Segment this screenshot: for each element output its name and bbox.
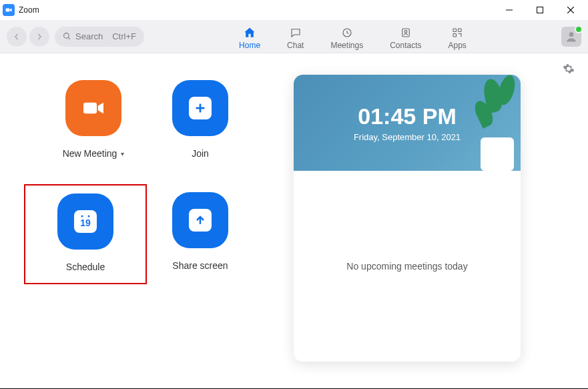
- arrow-up-icon: [172, 192, 228, 248]
- current-date: Friday, September 10, 2021: [354, 132, 461, 142]
- svg-rect-11: [459, 29, 462, 32]
- gear-icon: [563, 63, 575, 75]
- search-icon: [63, 32, 71, 41]
- today-card: 01:45 PM Friday, September 10, 2021 No u…: [294, 75, 521, 362]
- share-screen-label: Share screen: [172, 260, 228, 271]
- contacts-icon: [399, 26, 412, 39]
- apps-icon: [451, 26, 464, 39]
- schedule-tile[interactable]: 19 Schedule: [41, 193, 129, 272]
- svg-rect-12: [453, 33, 457, 37]
- current-time: 01:45 PM: [358, 103, 456, 129]
- join-tile[interactable]: Join: [147, 80, 254, 159]
- tab-contacts[interactable]: Contacts: [390, 23, 421, 50]
- avatar-icon: [565, 30, 578, 43]
- join-label: Join: [192, 148, 209, 159]
- profile-avatar[interactable]: [561, 27, 581, 47]
- video-icon: [65, 80, 121, 136]
- content-area: New Meeting ▾ Join 19: [0, 53, 588, 389]
- plant-decoration: [474, 75, 521, 171]
- chat-icon: [289, 26, 302, 39]
- calendar-icon: 19: [57, 193, 113, 250]
- tab-chat-label: Chat: [287, 41, 304, 50]
- tab-home[interactable]: Home: [239, 23, 260, 50]
- maximize-button[interactable]: [525, 0, 555, 20]
- tab-contacts-label: Contacts: [390, 41, 421, 50]
- window-title: Zoom: [19, 5, 495, 15]
- svg-point-9: [404, 30, 407, 33]
- search-shortcut: Ctrl+F: [112, 31, 136, 41]
- window-controls: [495, 0, 585, 20]
- schedule-highlight: 19 Schedule: [24, 184, 147, 284]
- svg-rect-14: [83, 103, 97, 114]
- new-meeting-label: New Meeting: [63, 148, 117, 159]
- titlebar: Zoom: [0, 0, 588, 20]
- clock-icon: [340, 26, 354, 39]
- share-screen-tile[interactable]: Share screen: [147, 192, 254, 284]
- calendar-day: 19: [80, 218, 91, 228]
- search-placeholder: Search: [75, 31, 103, 41]
- toolbar: Search Ctrl+F Home Chat Meetings Contact…: [0, 20, 588, 53]
- hero-banner: 01:45 PM Friday, September 10, 2021: [294, 75, 521, 171]
- svg-rect-2: [537, 7, 543, 13]
- no-meetings-text: No upcoming meetings today: [346, 261, 467, 272]
- home-actions: New Meeting ▾ Join 19: [0, 53, 294, 389]
- zoom-app-icon: [3, 4, 15, 16]
- svg-point-5: [64, 33, 69, 39]
- tab-chat[interactable]: Chat: [287, 23, 304, 50]
- tab-meetings-label: Meetings: [330, 41, 363, 50]
- main-tabs: Home Chat Meetings Contacts Apps: [144, 23, 561, 50]
- home-icon: [243, 26, 256, 39]
- svg-rect-10: [453, 29, 457, 32]
- svg-point-13: [569, 32, 574, 37]
- svg-line-6: [68, 37, 70, 39]
- tab-home-label: Home: [239, 41, 260, 50]
- plus-icon: [172, 80, 228, 136]
- right-pane: 01:45 PM Friday, September 10, 2021 No u…: [294, 53, 588, 389]
- settings-button[interactable]: [563, 63, 575, 77]
- new-meeting-tile[interactable]: New Meeting ▾: [40, 80, 147, 159]
- close-button[interactable]: [556, 0, 585, 20]
- search-input[interactable]: Search Ctrl+F: [55, 27, 144, 47]
- chevron-down-icon[interactable]: ▾: [121, 150, 124, 157]
- tab-apps[interactable]: Apps: [449, 23, 467, 50]
- minimize-button[interactable]: [495, 0, 524, 20]
- nav-back-button[interactable]: [7, 27, 27, 47]
- tab-apps-label: Apps: [449, 41, 467, 50]
- schedule-label: Schedule: [66, 262, 105, 272]
- tab-meetings[interactable]: Meetings: [330, 23, 363, 50]
- nav-forward-button[interactable]: [29, 27, 49, 47]
- svg-rect-0: [6, 9, 10, 12]
